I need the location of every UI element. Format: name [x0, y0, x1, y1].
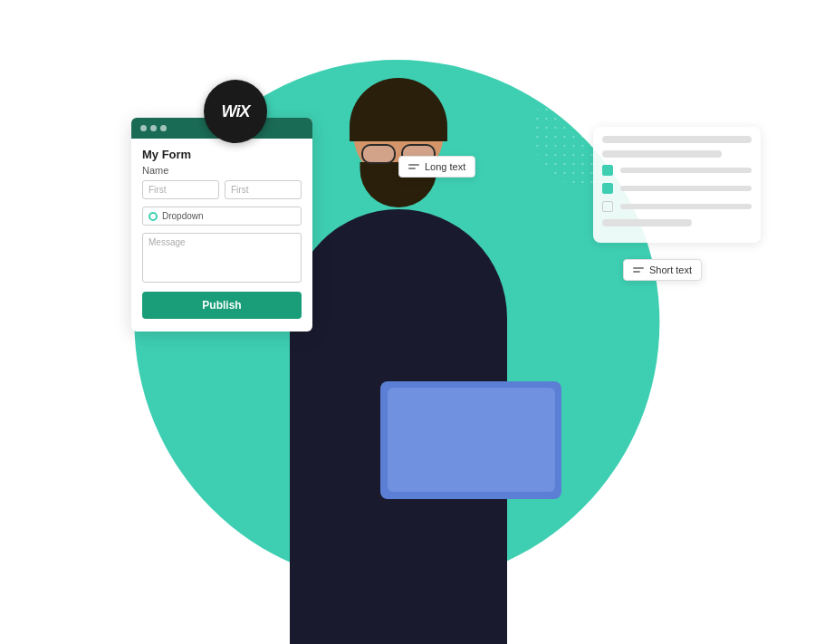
long-text-tag: Long text — [398, 156, 475, 178]
wix-logo-text: WiX — [222, 102, 250, 121]
laptop-screen — [388, 388, 555, 492]
first-placeholder-2: First — [231, 185, 248, 195]
form-first-name-2[interactable]: First — [225, 180, 302, 199]
panel-item-line-2 — [620, 186, 752, 191]
form-message-area[interactable]: Message — [142, 233, 302, 283]
form-dropdown[interactable]: Dropdown — [142, 207, 302, 226]
header-dot-2 — [150, 125, 157, 131]
laptop — [380, 381, 561, 499]
panel-line-3 — [602, 219, 692, 226]
message-placeholder: Message — [149, 237, 186, 247]
scene: Long text Short text WiX — [0, 0, 815, 644]
glass-left — [361, 144, 396, 164]
panel-item-line-1 — [620, 168, 752, 173]
panel-check-3 — [602, 201, 613, 212]
long-text-icon — [408, 164, 419, 169]
dropdown-circle-icon — [149, 212, 158, 221]
panel-line-2 — [602, 150, 722, 158]
panel-item-line-3 — [620, 204, 752, 209]
short-text-icon — [633, 267, 644, 273]
panel-item-1 — [602, 165, 752, 176]
panel-check-1 — [602, 165, 613, 176]
form-title: My Form — [142, 148, 302, 161]
header-dot-3 — [160, 125, 167, 131]
form-name-row: First First — [142, 180, 302, 199]
panel-item-3 — [602, 201, 752, 212]
dropdown-label: Dropdown — [162, 211, 204, 221]
form-first-name-1[interactable]: First — [142, 180, 219, 199]
person-hair — [350, 78, 447, 141]
right-panel — [593, 127, 761, 243]
short-text-tag: Short text — [623, 259, 702, 281]
publish-button[interactable]: Publish — [142, 292, 302, 319]
panel-line-1 — [602, 136, 752, 143]
form-card: My Form Name First First Dropdown Messag… — [131, 118, 312, 332]
first-placeholder-1: First — [149, 185, 166, 195]
long-text-label: Long text — [425, 161, 465, 172]
panel-item-2 — [602, 183, 752, 194]
form-card-body: My Form Name First First Dropdown Messag… — [131, 139, 312, 332]
panel-check-2 — [602, 183, 613, 194]
header-dot-1 — [140, 125, 147, 131]
short-text-label: Short text — [649, 264, 692, 275]
form-name-label: Name — [142, 165, 302, 176]
wix-logo: WiX — [204, 80, 267, 143]
